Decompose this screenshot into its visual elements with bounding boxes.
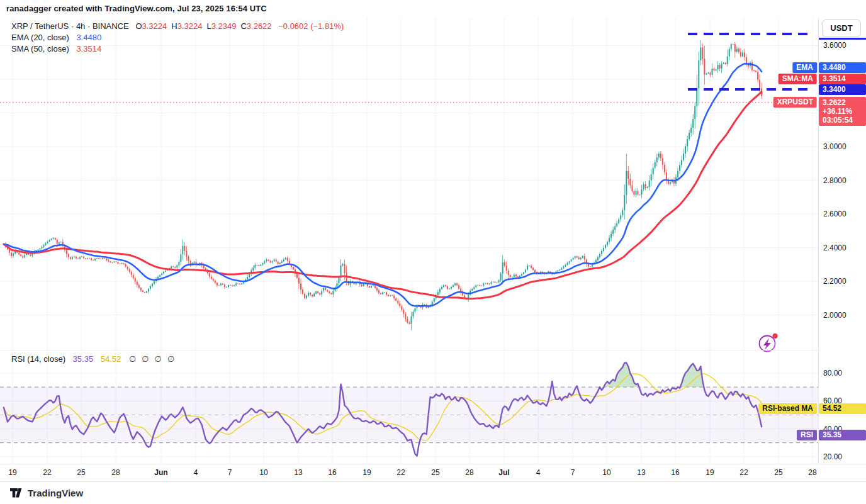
sma-axis-label-chip: SMA:MA — [779, 74, 817, 84]
ohlc-letter: L — [206, 21, 211, 31]
interval-label: 4h — [76, 21, 85, 31]
ohlc-letter: H — [171, 21, 177, 31]
time-axis-label[interactable]: 10 — [602, 468, 610, 477]
time-axis-label[interactable]: 16 — [328, 468, 336, 477]
ohlc-value: 3.2622 — [247, 21, 272, 31]
rsi-legend-row[interactable]: RSI (14, close) 35.35 54.52 ∅∅∅∅ — [11, 354, 174, 364]
time-axis-label[interactable]: 4 — [194, 468, 198, 477]
time-axis-label[interactable]: 10 — [259, 468, 267, 477]
chart-canvas[interactable] — [0, 0, 866, 504]
empty-set-icon: ∅ — [167, 354, 174, 364]
time-axis-label[interactable]: 19 — [8, 468, 16, 477]
tradingview-logo-icon[interactable] — [10, 488, 23, 498]
time-axis-label[interactable]: Jun — [154, 468, 167, 477]
price-axis-label[interactable]: 2.2000 — [823, 277, 846, 286]
tradingview-chart-window: ranadagger created with TradingView.com,… — [0, 0, 866, 504]
rsi-axis-label[interactable]: 80.00 — [823, 369, 842, 378]
time-axis-label[interactable]: 22 — [739, 468, 748, 477]
time-axis-label[interactable]: 28 — [808, 468, 816, 477]
flash-ideas-button[interactable] — [760, 333, 778, 352]
empty-set-icon: ∅ — [142, 354, 149, 364]
rsi-axis-label-chip: RSI — [797, 430, 817, 440]
pane-divider — [0, 350, 818, 350]
time-axis-label[interactable]: 28 — [111, 468, 120, 477]
symbol-title: XRP / TetherUS — [11, 21, 69, 31]
time-axis-label[interactable]: 25 — [774, 468, 782, 477]
ohlc-letter: C — [240, 21, 246, 31]
rsi-ma-axis-label-chip: RSI-based MA — [758, 403, 817, 414]
ema-axis-label-chip: EMA — [792, 62, 817, 73]
price-axis-label[interactable]: 3.0000 — [823, 142, 846, 151]
price-axis-label[interactable]: 2.4000 — [823, 244, 846, 252]
symbol-axis-label-chip: XRPUSDT — [773, 97, 817, 108]
time-axis-label[interactable]: Jul — [498, 468, 509, 477]
time-axis-label[interactable]: 4 — [536, 468, 541, 477]
exchange-label: BINANCE — [93, 21, 129, 31]
time-axis-label[interactable]: 28 — [465, 468, 473, 477]
ohlc-values: O3.3224H3.3224L3.2349C3.2622 — [131, 21, 271, 31]
ema-value: 3.4480 — [76, 33, 101, 42]
rsi-ma-value: 54.52 — [101, 354, 121, 364]
ohlc-value: 3.3224 — [177, 21, 203, 31]
tradingview-brand-text[interactable]: TradingView — [28, 488, 83, 498]
ema-price-badge: 3.4480 — [819, 62, 866, 73]
time-axis-label[interactable]: 25 — [77, 468, 85, 477]
ohlc-value: 3.3224 — [142, 21, 167, 31]
time-axis-label[interactable]: 19 — [363, 468, 371, 477]
time-axis-label[interactable]: 13 — [294, 468, 302, 477]
sma-label: SMA (50, close) — [11, 44, 69, 53]
sma-price-badge: 3.3514 — [819, 74, 866, 84]
empty-set-icon: ∅ — [155, 354, 162, 364]
price-axis-label[interactable]: 2.8000 — [823, 176, 846, 185]
rsi-ma-value-badge: 54.52 — [819, 403, 866, 414]
line-price-badge: 3.3400 — [819, 84, 866, 95]
time-axis-label[interactable]: 13 — [637, 468, 645, 477]
symbol-price-badge: 3.2622+36.11%03:05:54 — [819, 97, 866, 126]
resistance-axis-marker — [819, 38, 866, 40]
symbol-legend-row[interactable]: XRP / TetherUS · 4h · BINANCE O3.3224H3.… — [11, 21, 344, 32]
currency-toggle-button[interactable]: USDT — [822, 20, 861, 37]
chart-legend: XRP / TetherUS · 4h · BINANCE O3.3224H3.… — [11, 21, 344, 55]
time-axis-label[interactable]: 22 — [396, 468, 405, 477]
rsi-label: RSI (14, close) — [11, 354, 65, 364]
time-axis-label[interactable]: 7 — [571, 468, 575, 477]
sma-legend-row[interactable]: SMA (50, close) 3.3514 — [11, 43, 344, 55]
time-axis-label[interactable]: 7 — [228, 468, 232, 477]
rsi-value-badge: 35.35 — [819, 430, 866, 440]
empty-set-icon: ∅ — [129, 354, 136, 364]
price-axis-label[interactable]: 2.6000 — [823, 210, 846, 218]
ema-label: EMA (20, close) — [11, 33, 69, 42]
rsi-value: 35.35 — [73, 354, 94, 364]
time-axis-label[interactable]: 25 — [431, 468, 439, 477]
change-value: −0.0602 (−1.81%) — [278, 21, 344, 31]
price-axis-label[interactable]: 3.6000 — [823, 41, 846, 50]
time-axis-label[interactable]: 19 — [706, 468, 714, 477]
time-axis-label[interactable]: 16 — [671, 468, 679, 477]
bottom-toolbar: TradingView — [0, 481, 866, 504]
ohlc-letter: O — [135, 21, 142, 31]
rsi-empty-slots: ∅∅∅∅ — [123, 354, 174, 364]
rsi-axis-label[interactable]: 20.00 — [823, 452, 842, 461]
time-axis-label[interactable]: 22 — [43, 468, 51, 477]
ema-legend-row[interactable]: EMA (20, close) 3.4480 — [11, 32, 344, 43]
price-axis-label[interactable]: 2.0000 — [823, 311, 846, 320]
sma-value: 3.3514 — [76, 44, 101, 53]
time-axis-border — [0, 464, 866, 464]
ohlc-value: 3.2349 — [211, 21, 237, 31]
